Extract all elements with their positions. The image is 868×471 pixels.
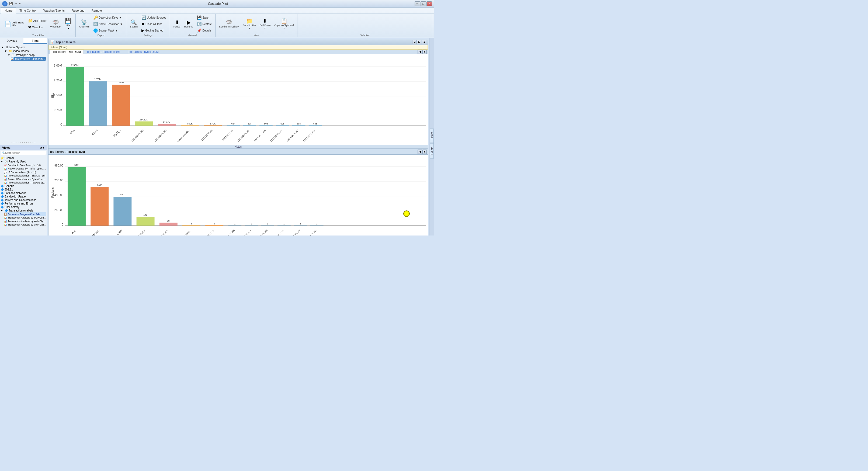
- detach-button[interactable]: 📌 Detach: [195, 28, 213, 33]
- view-transaction[interactable]: ▼ 🔷 Transaction Analysis: [1, 209, 46, 212]
- svg-text:Client: Client: [116, 229, 123, 236]
- clear-list-button[interactable]: ✖ Clear List: [27, 24, 48, 30]
- subnet-label: Subnet Mask ▼: [99, 29, 118, 32]
- file-label: File: [66, 24, 70, 27]
- clear-list-icon: ✖: [28, 25, 31, 29]
- save-button[interactable]: 💾 Save: [195, 14, 213, 21]
- view-proto-bytes[interactable]: 📊 Protocol Distribution - Bytes (1s - 1d…: [4, 177, 46, 181]
- subnet-mask-button[interactable]: 🌐 Subnet Mask ▼: [92, 28, 124, 33]
- resume-button[interactable]: ▶ Resume: [183, 19, 195, 29]
- view-ta-voip[interactable]: 📊 Transaction Analysis by VoIP Call (1s …: [4, 223, 46, 226]
- add-trace-file-button[interactable]: 📄 Add Trace File: [3, 21, 26, 28]
- tab-time-control[interactable]: Time Control: [16, 7, 40, 13]
- video-traces-label: Video Traces: [13, 50, 29, 53]
- undo-icon[interactable]: ↩: [14, 2, 17, 5]
- label-add-trace: Add Trace: [12, 21, 24, 24]
- bits-tab[interactable]: Top Talkers - Bits (3:05): [50, 50, 84, 54]
- view-proto-packets[interactable]: 📊 Protocol Distribution - Packets (1s - …: [4, 181, 46, 184]
- view-proto-bits[interactable]: 📊 Protocol Distribution - Bits (1s - 1d): [4, 174, 46, 177]
- svg-text:1.50M: 1.50M: [54, 94, 62, 97]
- svg-text:192.168.77.156: 192.168.77.156: [270, 129, 283, 142]
- tab-home[interactable]: Home: [1, 7, 16, 13]
- file-button[interactable]: 💾 File ▼: [64, 18, 73, 30]
- view-ip-conversations[interactable]: 💬 IP Conversations (1s - 1d): [4, 170, 46, 174]
- decryption-keys-button[interactable]: 🔑 Decryption Keys ▼: [92, 14, 124, 21]
- svg-text:608: 608: [248, 122, 251, 125]
- view-ta-web[interactable]: 📊 Transaction Analysis by Web Object (1s…: [4, 219, 46, 223]
- tab-files[interactable]: Files: [24, 38, 47, 44]
- packets-back-btn[interactable]: ◀: [417, 150, 422, 154]
- add-folder-button[interactable]: 📁 Add Folder: [27, 18, 48, 24]
- folder-icon-vt: 📁: [8, 49, 12, 53]
- copy-icon: 📋: [281, 18, 287, 24]
- wireshark-icon: 🦈: [52, 20, 59, 25]
- view-lan[interactable]: 🔷 LAN and Network: [1, 191, 46, 195]
- search-input[interactable]: [5, 151, 45, 154]
- packets-chart-svg: 980.00 736.00 490.00 245.00 0 Packets: [50, 156, 427, 236]
- view-user-activity[interactable]: 🔷 User Activity: [1, 205, 46, 209]
- panel-collapse-btn[interactable]: ◀: [422, 40, 426, 44]
- view-perf[interactable]: 🔷 Performance and Errors: [1, 202, 46, 205]
- svg-rect-41: [276, 125, 289, 126]
- view-bw-usage[interactable]: 🔷 Bandwidth Usage: [1, 195, 46, 198]
- tree-video-traces[interactable]: ▼ 📁 Video Traces: [4, 49, 46, 53]
- svg-text:192.168.77.52: 192.168.77.52: [201, 129, 213, 142]
- name-resolution-button[interactable]: 🔤 Name Resolution ▼: [92, 21, 124, 27]
- send-wireshark-button[interactable]: 🦈 Send to Wireshark: [218, 19, 240, 29]
- tab-reporting[interactable]: Reporting: [68, 7, 88, 13]
- save-icon[interactable]: 💾: [9, 2, 13, 5]
- wireshark-button[interactable]: 🦈 Wireshark: [49, 19, 62, 29]
- view-generic[interactable]: 🔷 Generic: [1, 184, 46, 188]
- views-controls[interactable]: ⚙▼: [40, 146, 45, 149]
- view-recently-used[interactable]: ▼ 🕐 Recently Used: [1, 160, 46, 163]
- view-ta-tcp[interactable]: 📊 Transaction Analysis by TCP Connection: [4, 216, 46, 219]
- view-talkers[interactable]: 🔷 Talkers and Conversations: [1, 198, 46, 202]
- tab-remote[interactable]: Remote: [88, 7, 105, 13]
- tree-local-system[interactable]: ▼ 🖥 Local System: [1, 45, 46, 49]
- view-bandwidth[interactable]: 📈 Bandwidth Over Time (1s - 1d): [4, 163, 46, 167]
- copy-clipboard-button[interactable]: 📋 Copy to Clipboard ▼: [273, 18, 295, 30]
- getting-started-button[interactable]: ▶ Getting Started: [140, 28, 167, 33]
- filters-tab[interactable]: Filters: [430, 128, 434, 143]
- view-sequence-diagram[interactable]: 📋 Sequence Diagram (1s - 1d): [4, 212, 46, 216]
- search-button[interactable]: 🔍 Search: [128, 19, 139, 29]
- bits-fwd-btn[interactable]: ▶: [423, 50, 427, 54]
- close-tabs-label: Close All Tabs: [146, 23, 162, 26]
- send-file-arrow: ▼: [248, 27, 250, 30]
- restore-label: Restore: [202, 23, 212, 26]
- pause-button[interactable]: ⏸ Pause: [172, 19, 182, 29]
- ip-conv-label: IP Conversations (1s - 1d): [8, 171, 36, 174]
- bytes-tab-display[interactable]: Top Talkers - Bytes (3:05): [125, 50, 162, 54]
- tree-top-ip-talkers[interactable]: 📊 Top IP Talkers (11:45 PM) (1s - 1d): [11, 57, 46, 61]
- minimize-button[interactable]: ─: [414, 1, 420, 6]
- bits-back-btn[interactable]: ◀: [417, 50, 422, 54]
- tab-devices[interactable]: Devices: [0, 38, 24, 44]
- events-tab[interactable]: Events: [430, 143, 434, 159]
- update-sources-button[interactable]: 🔄 Update Sources: [140, 14, 167, 21]
- panel-back-btn[interactable]: ◀: [412, 40, 416, 44]
- close-button[interactable]: ✕: [427, 1, 432, 6]
- close-all-tabs-button[interactable]: ✖ Close All Tabs: [140, 21, 167, 27]
- star-icon: ⭐: [1, 157, 4, 159]
- svg-rect-67: [114, 197, 131, 225]
- tab-watches-events[interactable]: Watches/Events: [40, 7, 68, 13]
- view-custom[interactable]: ⭐ Custom: [1, 156, 46, 160]
- view-80211[interactable]: 🔷 802.11: [1, 188, 46, 191]
- bytes-tab[interactable]: Top Talkers - Packets (3:05): [84, 50, 123, 54]
- packets-fwd-btn[interactable]: ▶: [423, 150, 427, 154]
- ribbon-group-selection: Selection: [298, 14, 433, 37]
- svg-text:1: 1: [316, 222, 318, 225]
- restore-button[interactable]: 🔃 Restore: [195, 21, 213, 27]
- svg-text:Packets: Packets: [51, 187, 54, 197]
- add-trace-label: Add Trace File: [12, 21, 24, 27]
- generic-label: Generic: [5, 185, 14, 188]
- send-file-button[interactable]: 📁 Send to File ▼: [241, 18, 257, 30]
- tree-webapp2[interactable]: ▼ 📄 WebApp2.pcap: [7, 53, 46, 57]
- panel-fwd-btn[interactable]: ▶: [417, 40, 421, 44]
- more-icon[interactable]: ▼: [18, 2, 21, 5]
- view-network-usage[interactable]: 📊 Network Usage by Traffic Type (1s - 1d…: [4, 167, 46, 170]
- channels-button[interactable]: 📡 Channels: [78, 19, 91, 29]
- maximize-button[interactable]: □: [421, 1, 426, 6]
- drill-down-button[interactable]: ⬇ Drill Down ▼: [258, 18, 272, 30]
- panel-title: Top IP Talkers: [56, 40, 75, 44]
